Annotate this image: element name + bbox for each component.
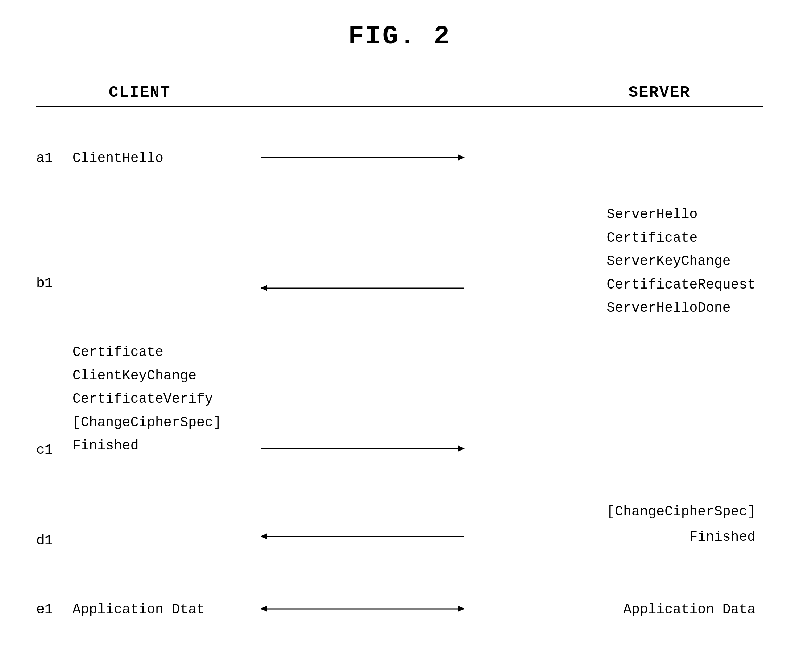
msg-certificate-request: CertificateRequest <box>607 273 756 297</box>
client-column-label: CLIENT <box>109 83 170 101</box>
row-e1: e1 Application Dtat Application Data <box>36 594 763 624</box>
arrow-c1 <box>261 448 464 450</box>
arrow-e1 <box>261 608 464 610</box>
header-row: CLIENT SERVER <box>36 101 763 107</box>
label-b1: b1 <box>36 275 65 291</box>
server-column-label: SERVER <box>629 83 690 101</box>
msg-server-hello: ServerHello <box>607 203 756 227</box>
msg-change-cipher-spec-server: [ChangeCipherSpec] <box>607 500 756 524</box>
client-msgs-c1: Certificate ClientKeyChange CertificateV… <box>72 341 221 458</box>
label-c1: c1 <box>36 442 65 458</box>
row-a1: a1 ClientHello <box>36 145 763 170</box>
page: FIG. 2 CLIENT SERVER a1 ClientHello b1 S… <box>0 0 799 672</box>
arrow-b1 <box>261 288 464 289</box>
label-a1: a1 <box>36 150 65 166</box>
row-b1: b1 ServerHello Certificate ServerKeyChan… <box>36 203 763 312</box>
msg-client-key-change: ClientKeyChange <box>72 364 221 388</box>
msg-app-dtat: Application Dtat <box>72 602 205 617</box>
label-e1: e1 <box>36 602 65 617</box>
msg-finished-client: Finished <box>72 434 221 458</box>
arrow-a1 <box>261 157 464 158</box>
label-d1: d1 <box>36 533 65 549</box>
msg-change-cipher-spec-client: [ChangeCipherSpec] <box>72 411 221 435</box>
msg-server-hello-done: ServerHelloDone <box>607 296 756 320</box>
msg-client-hello: ClientHello <box>72 150 163 166</box>
arrow-d1 <box>261 536 464 537</box>
row-c1: c1 Certificate ClientKeyChange Certifica… <box>36 341 763 464</box>
server-msgs-b1: ServerHello Certificate ServerKeyChange … <box>607 203 756 320</box>
msg-finished-server: Finished <box>690 529 756 545</box>
msg-server-key-change: ServerKeyChange <box>607 250 756 273</box>
msg-app-data: Application Data <box>623 602 756 617</box>
figure-title: FIG. 2 <box>0 0 799 51</box>
msg-certificate-verify: CertificateVerify <box>72 387 221 411</box>
msg-certificate-client: Certificate <box>72 341 221 364</box>
row-d1: d1 [ChangeCipherSpec] Finished <box>36 496 763 562</box>
msg-certificate-server: Certificate <box>607 227 756 250</box>
server-change-cipher-spec: [ChangeCipherSpec] <box>607 500 756 524</box>
diagram-container: CLIENT SERVER a1 ClientHello b1 ServerHe… <box>36 80 763 643</box>
